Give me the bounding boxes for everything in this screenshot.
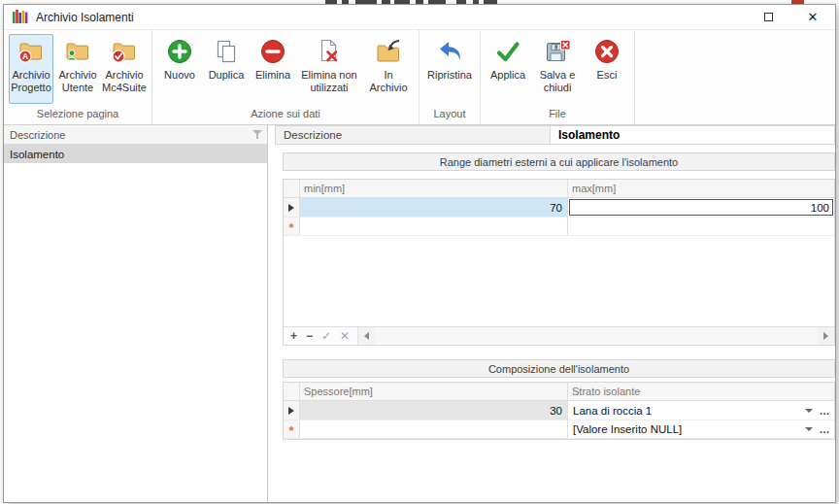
filter-icon[interactable] — [252, 129, 262, 141]
strato-isolante-combo-cell[interactable]: Lana di roccia 1 … — [568, 401, 834, 420]
main-area: Descrizione Isolamento Descrizione Isola… — [4, 125, 835, 502]
toolbar-group-label-layout: Layout — [422, 108, 477, 124]
row-indicator-cell: * — [284, 420, 300, 438]
toolbar-button-salva-e-chiudi[interactable]: Salva e chiudi — [532, 34, 583, 104]
window-controls: ✕ — [746, 5, 835, 29]
nav-endedit-button[interactable]: ✓ — [321, 330, 331, 342]
exit-icon — [593, 38, 621, 65]
range-grid-empty-area — [284, 236, 834, 326]
toolbar-button-duplica[interactable]: Duplica — [204, 34, 249, 104]
strato-isolante-value: Lana di roccia 1 — [573, 405, 801, 417]
toolbar-button-label: Nuovo — [164, 69, 195, 82]
toolbar-button-archivio-progetto[interactable]: A Archivio Progetto — [9, 34, 53, 104]
toolbar-button-label: Elimina — [255, 69, 290, 82]
save-close-icon — [544, 38, 571, 65]
detail-panel: Descrizione Isolamento Range diametri es… — [275, 125, 835, 502]
toolbar-button-label: Esci — [597, 69, 618, 82]
strato-isolante-new-combo-cell[interactable]: [Valore Inserito NULL] … — [568, 420, 834, 438]
chevron-down-icon — [805, 427, 813, 431]
new-row: * [Valore Inserito NULL] … — [284, 420, 834, 439]
strato-isolante-null-value: [Valore Inserito NULL] — [573, 423, 801, 435]
composizione-grid-header-row: Spessore[mm] Strato isolante — [284, 383, 834, 401]
toolbar-button-in-archivio[interactable]: In Archivio — [363, 34, 414, 104]
left-grid-column-header[interactable]: Descrizione — [4, 125, 267, 145]
nav-remove-button[interactable]: − — [306, 330, 313, 342]
toolbar-group-label-file: File — [484, 108, 631, 124]
toolbar-button-ripristina[interactable]: Ripristina — [424, 34, 475, 104]
column-header-spessore[interactable]: Spessore[mm] — [300, 383, 568, 400]
spessore-new-cell[interactable] — [300, 420, 568, 438]
scroll-right-button[interactable] — [818, 327, 834, 345]
toolbar-button-nuovo[interactable]: Nuovo — [157, 34, 202, 104]
detail-panel-empty-area — [275, 440, 835, 502]
scroll-track[interactable] — [375, 327, 818, 345]
row-indicator-cell — [284, 198, 300, 217]
row-indicator-header — [284, 383, 300, 400]
maximize-icon — [764, 13, 773, 21]
list-item-isolamento[interactable]: Isolamento — [4, 145, 267, 163]
current-row-arrow-icon — [288, 407, 294, 415]
page-delete-icon — [316, 38, 343, 65]
nav-add-button[interactable]: + — [290, 330, 297, 342]
range-grid-header-row: min[mm] max[mm] — [284, 180, 834, 198]
scroll-left-icon — [364, 332, 369, 340]
folder-pdf-icon: A — [17, 38, 45, 65]
nav-cancel-button[interactable]: ✕ — [340, 330, 350, 342]
scroll-left-button[interactable] — [358, 327, 375, 345]
descrizione-row: Descrizione Isolamento — [275, 125, 835, 145]
ellipsis-button[interactable]: … — [817, 405, 832, 417]
titlebar: Archivio Isolamenti ✕ — [4, 5, 835, 30]
range-min-new-cell[interactable] — [300, 218, 568, 235]
toolbar-group-selezione-pagina: A Archivio Progetto Archivio Utente — [4, 30, 152, 124]
ellipsis-button[interactable]: … — [817, 423, 832, 435]
copy-icon — [213, 38, 240, 65]
range-max-cell[interactable]: 100 — [568, 198, 834, 217]
row-indicator-cell: * — [284, 218, 300, 235]
toolbar-button-label: In Archivio — [365, 69, 412, 94]
close-button[interactable]: ✕ — [790, 5, 835, 29]
table-row: 30 Lana di roccia 1 … — [284, 401, 834, 420]
navigator-buttons: + − ✓ ✕ — [284, 327, 357, 345]
column-header-min[interactable]: min[mm] — [300, 180, 568, 197]
panel-splitter[interactable] — [268, 125, 275, 502]
descrizione-value[interactable]: Isolamento — [551, 126, 834, 144]
toolbar-filler — [635, 30, 835, 124]
toolbar-button-elimina[interactable]: Elimina — [251, 34, 295, 104]
row-indicator-header — [284, 180, 300, 197]
toolbar-button-label: Elimina non utilizzati — [299, 69, 359, 94]
combo-dropdown-button[interactable] — [801, 409, 817, 413]
range-max-new-cell[interactable] — [568, 218, 834, 235]
toolbar-button-label: Archivio Mc4Suite — [102, 69, 147, 94]
toolbar-button-label: Salva e chiudi — [534, 69, 581, 94]
column-header-strato-isolante[interactable]: Strato isolante — [568, 383, 834, 400]
combo-dropdown-button[interactable] — [801, 427, 817, 431]
maximize-button[interactable] — [746, 5, 790, 29]
descrizione-label: Descrizione — [276, 126, 551, 144]
horizontal-scrollbar[interactable] — [357, 327, 834, 345]
folder-check-icon — [111, 38, 138, 65]
column-header-descrizione: Descrizione — [10, 129, 252, 141]
range-grid: min[mm] max[mm] 70 100 * + − — [283, 179, 835, 346]
toolbar-button-archivio-utente[interactable]: Archivio Utente — [55, 34, 100, 104]
left-panel: Descrizione Isolamento — [4, 125, 268, 502]
column-header-max[interactable]: max[mm] — [568, 180, 834, 197]
toolbar: A Archivio Progetto Archivio Utente — [4, 30, 835, 125]
composizione-grid: Spessore[mm] Strato isolante 30 Lana di … — [283, 382, 835, 440]
spessore-cell[interactable]: 30 — [300, 401, 568, 420]
toolbar-button-esci[interactable]: Esci — [585, 34, 629, 104]
row-indicator-cell — [284, 401, 300, 420]
toolbar-button-applica[interactable]: Applica — [486, 34, 530, 104]
toolbar-group-label-azione-sui-dati: Azione sui dati — [155, 108, 416, 124]
folder-user-icon — [64, 38, 91, 65]
app-icon — [13, 10, 28, 24]
range-min-cell[interactable]: 70 — [300, 198, 568, 217]
archivio-isolamenti-window: Archivio Isolamenti ✕ A Archivio Proge — [3, 4, 836, 503]
check-icon — [494, 38, 521, 65]
table-row: 70 100 — [284, 198, 834, 218]
toolbar-button-archivio-mc4suite[interactable]: Archivio Mc4Suite — [102, 34, 147, 104]
range-grid-navigator: + − ✓ ✕ — [284, 326, 834, 345]
toolbar-button-elimina-non-utilizzati[interactable]: Elimina non utilizzati — [297, 34, 361, 104]
minus-circle-icon — [259, 38, 286, 65]
toolbar-button-label: Archivio Utente — [57, 69, 98, 94]
toolbar-button-label: Applica — [490, 69, 525, 82]
